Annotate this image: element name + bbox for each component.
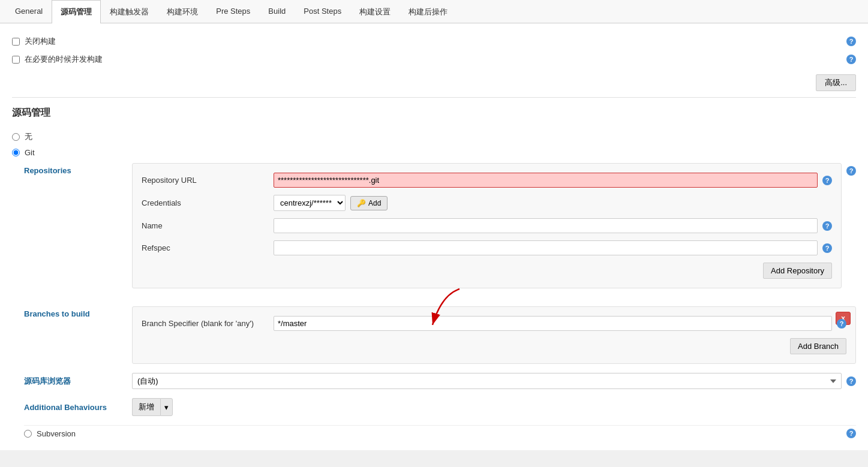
credentials-label: Credentials xyxy=(142,198,274,207)
browser-row: 源码库浏览器 (自动) ? xyxy=(24,373,856,389)
git-section: Repositories Repository URL ? Credential… xyxy=(12,163,856,441)
tab-build-env[interactable]: 构建环境 xyxy=(158,0,207,23)
concurrent-build-row: 在必要的时候并发构建 ? xyxy=(12,50,856,68)
git-radio[interactable] xyxy=(12,149,20,156)
concurrent-build-checkbox[interactable] xyxy=(12,56,20,64)
repositories-content: Repository URL ? Credentials centrexzj/*… xyxy=(132,163,842,297)
close-build-row: 关闭构建 ? xyxy=(12,32,856,50)
tab-pre-steps[interactable]: Pre Steps xyxy=(207,0,259,23)
branches-panel: x Branch Specifier (blank for 'any') xyxy=(132,306,856,364)
repo-url-help-icon[interactable]: ? xyxy=(822,176,832,185)
subversion-label: Subversion xyxy=(37,429,76,438)
refspec-label: Refspec xyxy=(142,243,274,252)
subversion-radio[interactable] xyxy=(24,430,32,438)
scm-section-title: 源码管理 xyxy=(12,107,856,119)
add-repository-button[interactable]: Add Repository xyxy=(763,263,832,279)
repo-url-wrapper xyxy=(274,173,818,188)
repo-url-input[interactable] xyxy=(274,173,818,188)
branch-specifier-row: Branch Specifier (blank for 'any') xyxy=(142,316,846,331)
advanced-row: 高级 xyxy=(12,68,856,98)
tab-scm[interactable]: 源码管理 xyxy=(52,0,101,23)
advanced-button[interactable]: 高级 xyxy=(816,74,856,91)
add-branch-button[interactable]: Add Branch xyxy=(790,338,846,354)
branches-section-row: Branches to build x Branch Specifier (bl… xyxy=(24,306,856,364)
close-build-checkbox[interactable] xyxy=(12,38,20,46)
close-build-help-icon[interactable]: ? xyxy=(846,37,856,46)
key-icon: 🔑 xyxy=(357,199,366,207)
tab-build-settings[interactable]: 构建设置 xyxy=(350,0,400,23)
tab-build-trigger[interactable]: 构建触发器 xyxy=(101,0,158,23)
tab-post-steps[interactable]: Post Steps xyxy=(295,0,350,23)
name-input[interactable] xyxy=(274,218,818,233)
subversion-row: Subversion ? xyxy=(24,425,856,441)
branch-input-wrapper xyxy=(274,316,832,331)
close-build-label: 关闭构建 xyxy=(25,36,56,47)
browser-select[interactable]: (自动) xyxy=(132,373,842,389)
tab-general[interactable]: General xyxy=(6,0,52,23)
add-new-behaviour-button[interactable]: 新增 xyxy=(132,398,160,416)
none-label: 无 xyxy=(25,131,32,142)
tab-build[interactable]: Build xyxy=(259,0,295,23)
repositories-help-icon[interactable]: ? xyxy=(846,166,856,176)
branch-help-icon[interactable]: ? xyxy=(837,319,846,329)
branch-specifier-input[interactable] xyxy=(274,316,832,331)
branch-specifier-label: Branch Specifier (blank for 'any') xyxy=(142,319,274,328)
concurrent-build-label: 在必要的时候并发构建 xyxy=(25,54,103,65)
tab-post-build[interactable]: 构建后操作 xyxy=(400,0,456,23)
repositories-section-row: Repositories Repository URL ? Credential… xyxy=(24,163,856,297)
repositories-panel: Repository URL ? Credentials centrexzj/*… xyxy=(132,163,842,288)
main-content: 关闭构建 ? 在必要的时候并发构建 ? 高级 源码管理 无 Git Reposi… xyxy=(0,23,868,450)
top-navigation: General 源码管理 构建触发器 构建环境 Pre Steps Build … xyxy=(0,0,868,23)
repo-url-label: Repository URL xyxy=(142,176,274,185)
none-radio[interactable] xyxy=(12,133,20,141)
name-help-icon[interactable]: ? xyxy=(822,221,832,231)
git-radio-row: Git xyxy=(12,145,856,160)
none-radio-row: 无 xyxy=(12,128,856,145)
additional-controls: 新增 ▾ xyxy=(132,398,173,416)
credentials-row: Credentials centrexzj/****** 🔑 Add xyxy=(142,195,832,211)
subversion-help-icon[interactable]: ? xyxy=(846,429,856,438)
add-cred-label: Add xyxy=(368,199,381,207)
repositories-label: Repositories xyxy=(24,163,132,175)
name-row: Name ? xyxy=(142,218,832,233)
browser-help-icon[interactable]: ? xyxy=(846,376,856,386)
branches-label: Branches to build xyxy=(24,306,132,318)
add-credential-button[interactable]: 🔑 Add xyxy=(350,196,388,210)
branches-content: x Branch Specifier (blank for 'any') xyxy=(132,306,856,364)
add-new-behaviour-dropdown[interactable]: ▾ xyxy=(160,398,173,416)
browser-label: 源码库浏览器 xyxy=(24,376,132,387)
concurrent-build-help-icon[interactable]: ? xyxy=(846,55,856,64)
git-label: Git xyxy=(25,148,35,157)
additional-label: Additional Behaviours xyxy=(24,403,132,412)
refspec-help-icon[interactable]: ? xyxy=(822,243,832,253)
credentials-select[interactable]: centrexzj/****** xyxy=(274,195,346,211)
additional-behaviours-row: Additional Behaviours 新增 ▾ xyxy=(24,398,856,416)
credentials-controls: centrexzj/****** 🔑 Add xyxy=(274,195,388,211)
refspec-row: Refspec ? xyxy=(142,240,832,255)
refspec-input[interactable] xyxy=(274,240,818,255)
name-label: Name xyxy=(142,221,274,230)
repo-url-row: Repository URL ? xyxy=(142,173,832,188)
